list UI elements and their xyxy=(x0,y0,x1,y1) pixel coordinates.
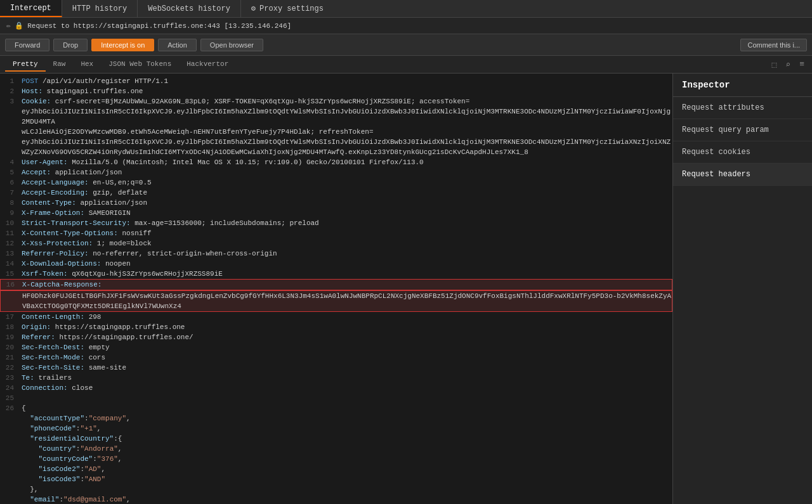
code-line-29: "residentialCountry":{ xyxy=(0,434,672,444)
search-icon[interactable]: ⌕ xyxy=(783,58,793,71)
tab-intercept[interactable]: Intercept xyxy=(0,0,62,17)
comment-button[interactable]: Comment this i... xyxy=(740,39,807,51)
code-line-27: "accountType":"company", xyxy=(0,413,672,423)
code-line-30: "country":"Andorra", xyxy=(0,444,672,454)
code-line-31: "countryCode":"376", xyxy=(0,454,672,464)
code-line-18: 18 Origin: https://stagingapp.truffles.o… xyxy=(0,322,672,332)
sub-tab-icons: ⬚ ⌕ ≡ xyxy=(769,58,807,71)
toolbar: Forward Drop Intercept is on Action Open… xyxy=(0,34,812,56)
code-line-34: }, xyxy=(0,484,672,494)
code-line-35: "email":"dsd@gmail.com", xyxy=(0,494,672,504)
tab-websockets-history[interactable]: WebSockets history xyxy=(138,0,241,17)
gear-icon: ⚙ xyxy=(251,4,256,13)
tab-hex[interactable]: Hex xyxy=(73,58,101,72)
pencil-icon: ✏ xyxy=(6,21,11,30)
tab-raw[interactable]: Raw xyxy=(46,58,74,72)
code-line-25: 25 xyxy=(0,393,672,403)
code-line-5: 5 Accept: application/json xyxy=(0,167,672,178)
code-line-16a: 16 X-Captcha-Response: xyxy=(0,279,672,290)
request-url: Request to https://stagingapi.truffles.o… xyxy=(27,22,291,30)
tab-json-web-tokens[interactable]: JSON Web Tokens xyxy=(101,58,179,72)
code-line-15: 15 Xsrf-Token: qX6qtXgu-hkjS3ZrYps6wcRHo… xyxy=(0,269,672,279)
main-container: 1 POST /api/v1/auth/register HTTP/1.1 2 … xyxy=(0,74,812,504)
code-line-2: 2 Host: stagingapi.truffles.one xyxy=(0,86,672,96)
code-line-22: 22 Sec-Fetch-Site: same-site xyxy=(0,363,672,373)
code-line-10: 10 Strict-Transport-Security: max-age=31… xyxy=(0,218,672,228)
forward-button[interactable]: Forward xyxy=(5,39,49,51)
code-line-4: 4 User-Agent: Mozilla/5.0 (Macintosh; In… xyxy=(0,157,672,167)
code-line-14: 14 X-Download-Options: noopen xyxy=(0,259,672,269)
code-area[interactable]: 1 POST /api/v1/auth/register HTTP/1.1 2 … xyxy=(0,74,672,504)
code-line-7: 7 Accept-Encoding: gzip, deflate xyxy=(0,188,672,198)
code-line-6: 6 Accept-Language: en-US,en;q=0.5 xyxy=(0,178,672,188)
code-line-12: 12 X-Xss-Protection: 1; mode=block xyxy=(0,238,672,249)
tab-proxy-settings[interactable]: ⚙ Proxy settings xyxy=(241,0,334,17)
code-line-19: 19 Referer: https://stagingapp.truffles.… xyxy=(0,332,672,342)
open-browser-button[interactable]: Open browser xyxy=(200,39,263,51)
code-line-13: 13 Referrer-Policy: no-referrer, strict-… xyxy=(0,249,672,259)
inspector-request-cookies[interactable]: Request cookies xyxy=(673,141,812,164)
inspector-request-attributes[interactable]: Request attributes xyxy=(673,97,812,119)
code-line-8: 8 Content-Type: application/json xyxy=(0,198,672,208)
tab-http-history[interactable]: HTTP history xyxy=(62,0,138,17)
code-line-26: 26 { xyxy=(0,403,672,413)
proxy-settings-label: Proxy settings xyxy=(259,4,324,13)
code-line-23: 23 Te: trailers xyxy=(0,373,672,383)
inspector-request-headers[interactable]: Request headers xyxy=(673,164,812,186)
action-button[interactable]: Action xyxy=(158,39,197,51)
tab-hackvertor[interactable]: Hackvertor xyxy=(179,58,236,72)
code-line-11: 11 X-Content-Type-Options: nosniff xyxy=(0,228,672,238)
intercept-button[interactable]: Intercept is on xyxy=(91,39,154,51)
drop-button[interactable]: Drop xyxy=(53,39,88,51)
code-line-3: 3 Cookie: csrf-secret=BjMzAUbWWu_92AKG9N… xyxy=(0,96,672,157)
inspector-request-query-params[interactable]: Request query param xyxy=(673,119,812,141)
code-line-16b: HF0Dhzk0FUJGEtLTBGFhJXF1FsWVswKUt3aGssPz… xyxy=(0,290,672,312)
word-wrap-icon[interactable]: ⬚ xyxy=(769,58,780,71)
inspector-panel: Inspector Request attributes Request que… xyxy=(672,74,812,504)
menu-icon[interactable]: ≡ xyxy=(797,58,807,70)
request-bar: ✏ 🔒 Request to https://stagingapi.truffl… xyxy=(0,18,812,34)
code-line-21: 21 Sec-Fetch-Mode: cors xyxy=(0,352,672,363)
code-line-17: 17 Content-Length: 298 xyxy=(0,312,672,322)
top-nav: Intercept HTTP history WebSockets histor… xyxy=(0,0,812,18)
code-line-32: "isoCode2":"AD", xyxy=(0,464,672,474)
lock-icon: 🔒 xyxy=(15,22,23,30)
code-line-24: 24 Connection: close xyxy=(0,383,672,393)
code-line-33: "isoCode3":"AND" xyxy=(0,474,672,484)
code-line-1: 1 POST /api/v1/auth/register HTTP/1.1 xyxy=(0,76,672,86)
code-line-20: 20 Sec-Fetch-Dest: empty xyxy=(0,342,672,352)
tab-pretty[interactable]: Pretty xyxy=(5,58,46,72)
code-line-9: 9 X-Frame-Option: SAMEORIGIN xyxy=(0,208,672,218)
inspector-title: Inspector xyxy=(673,74,812,97)
sub-tabs: Pretty Raw Hex JSON Web Tokens Hackverto… xyxy=(0,56,812,74)
code-line-28: "phoneCode":"+1", xyxy=(0,423,672,434)
